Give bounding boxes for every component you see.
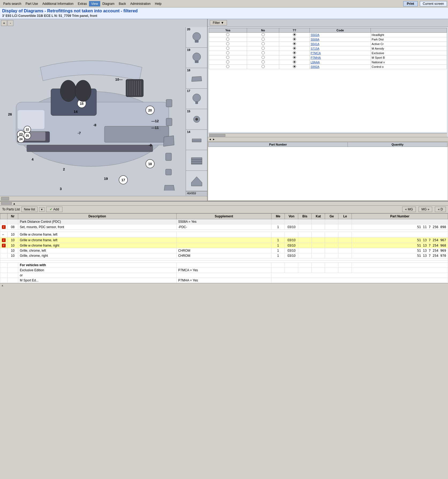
- filter-hscroll[interactable]: [209, 133, 447, 137]
- filter-code-p7mha[interactable]: P7MHA: [310, 55, 371, 60]
- menu-back[interactable]: Back: [117, 1, 128, 6]
- svg-text:22: 22: [26, 128, 29, 131]
- zoom-out-button[interactable]: -: [8, 20, 13, 26]
- row-von: 03/10: [285, 253, 298, 258]
- radio-yes-l8aaa[interactable]: [226, 60, 229, 64]
- radio-no-s502a[interactable]: [262, 33, 265, 36]
- menu-help[interactable]: Help: [153, 1, 164, 6]
- radio-no-l8aaa[interactable]: [262, 60, 265, 64]
- new-list-button[interactable]: New list: [21, 207, 38, 212]
- svg-rect-51: [166, 169, 171, 175]
- new-list-dropdown[interactable]: ▼: [39, 207, 44, 212]
- menu-extras[interactable]: Extras: [76, 1, 89, 6]
- row-icon: [0, 263, 8, 268]
- menu-parts-search[interactable]: Parts search: [1, 1, 23, 6]
- radio-qq-s541a[interactable]: [293, 42, 296, 45]
- nav-mg-right-button[interactable]: MG »: [419, 207, 432, 212]
- filter-col-code: Code: [310, 28, 371, 33]
- col-desc: Description: [18, 214, 177, 219]
- row-le: [338, 243, 352, 248]
- header-area: Display of Diagrams - Retrofittings not …: [0, 8, 448, 19]
- row-supplement: [176, 243, 271, 248]
- row-partnum: 51 13 7 254 970: [352, 253, 448, 258]
- diagram-hscroll[interactable]: [0, 196, 207, 201]
- parts-toolbar: To Parts List New list ▼ ✓ Add « MG MG »…: [0, 206, 448, 213]
- radio-qq-s715a[interactable]: [293, 47, 296, 50]
- filter-dropdown-button[interactable]: Filter ▼: [210, 20, 227, 25]
- parts-table-container: Nr Description Supplement Me Von Bis Kat…: [0, 213, 448, 283]
- filter-code-s541a[interactable]: S541A: [310, 42, 371, 46]
- filter-desc-s508a: Park Dist: [371, 37, 447, 42]
- filter-nav-left[interactable]: ◄: [209, 138, 211, 141]
- thumb-item-14[interactable]: 14: [186, 130, 207, 150]
- svg-text:4: 4: [32, 157, 34, 161]
- radio-yes-s508a[interactable]: [226, 38, 229, 41]
- row-desc: M Sport Ed...: [18, 278, 177, 283]
- thumb-item-19[interactable]: 19: [186, 48, 207, 68]
- radio-no-p7mca[interactable]: [262, 51, 265, 54]
- filter-code-s715a[interactable]: S715A: [310, 46, 371, 51]
- filter-parts-table: Part Number Quantity: [208, 142, 447, 200]
- table-row: M Sport Ed... P7MHA = Yes: [0, 278, 448, 283]
- filter-nav-right[interactable]: ►: [212, 138, 215, 141]
- row-me: 1: [271, 253, 285, 258]
- row-le: [338, 237, 352, 243]
- row-ge: [325, 237, 338, 243]
- radio-yes-s992a[interactable]: [226, 65, 229, 68]
- nav-mg-left-button[interactable]: « MG: [402, 207, 416, 212]
- thumb-item-17[interactable]: 17: [186, 89, 207, 109]
- filter-code-p7mca[interactable]: P7MCA: [310, 51, 371, 55]
- parts-table: Nr Description Supplement Me Von Bis Kat…: [0, 213, 448, 283]
- row-supplement: [176, 237, 271, 243]
- row-desc: Grille, chrome, left: [18, 248, 177, 253]
- radio-qq-s992a[interactable]: [293, 65, 296, 68]
- thumb-num: 20: [187, 28, 190, 31]
- table-row: For vehicles with: [0, 263, 448, 268]
- menu-part-use[interactable]: Part Use: [23, 1, 40, 6]
- radio-qq-s508a[interactable]: [293, 38, 296, 41]
- filter-desc-p7mca: Exclusive: [371, 51, 447, 55]
- row-kat: [312, 232, 325, 237]
- row-nr: [8, 278, 18, 283]
- filter-code-s508a[interactable]: S508A: [310, 37, 371, 42]
- menu-administration[interactable]: Administration: [128, 1, 153, 6]
- menu-print[interactable]: Print: [403, 1, 417, 6]
- thumb-item-blank2[interactable]: [186, 171, 207, 191]
- radio-no-s992a[interactable]: [262, 65, 265, 68]
- radio-no-s541a[interactable]: [262, 42, 265, 45]
- row-me: [271, 268, 285, 273]
- radio-yes-s541a[interactable]: [226, 42, 229, 45]
- table-row: 10 Grille, chrome, right CHROM 1 03/10 5…: [0, 253, 448, 258]
- current-screen-button[interactable]: Current screen: [420, 1, 447, 6]
- radio-no-p7mha[interactable]: [262, 56, 265, 59]
- filter-row-s715a: S715A M Aerody: [209, 46, 447, 51]
- nav-d-left-button[interactable]: « D: [435, 207, 446, 212]
- menu-additional-info[interactable]: Additional Information: [40, 1, 76, 6]
- radio-qq-s502a[interactable]: [293, 33, 296, 36]
- filter-code-l8aaa[interactable]: L8AAA: [310, 60, 371, 65]
- radio-qq-l8aaa[interactable]: [293, 60, 296, 64]
- filter-code-s502a[interactable]: S502A: [310, 33, 371, 37]
- thumb-item-18[interactable]: 18: [186, 68, 207, 89]
- radio-yes-p7mca[interactable]: [226, 51, 229, 54]
- radio-yes-s502a[interactable]: [226, 33, 229, 36]
- radio-qq-p7mha[interactable]: [293, 56, 296, 59]
- row-von: [285, 263, 298, 268]
- middle-scrollbar[interactable]: ▲: [0, 201, 448, 206]
- radio-no-s508a[interactable]: [262, 38, 265, 41]
- zoom-in-button[interactable]: +: [1, 20, 7, 26]
- menu-diagram[interactable]: Diagram: [100, 1, 117, 6]
- row-le: [338, 219, 352, 224]
- thumb-item-blank1[interactable]: [186, 150, 207, 171]
- svg-text:-8: -8: [93, 123, 96, 127]
- filter-code-s992a[interactable]: S992A: [310, 65, 371, 69]
- menu-view[interactable]: View: [89, 1, 100, 6]
- radio-no-s715a[interactable]: [262, 47, 265, 50]
- radio-qq-p7mca[interactable]: [293, 51, 296, 54]
- row-kat: [312, 224, 325, 230]
- radio-yes-p7mha[interactable]: [226, 56, 229, 59]
- thumb-item-20[interactable]: 20: [186, 27, 207, 48]
- add-button[interactable]: ✓ Add: [46, 207, 62, 212]
- radio-yes-s715a[interactable]: [226, 47, 229, 50]
- thumb-item-15[interactable]: 15: [186, 109, 207, 130]
